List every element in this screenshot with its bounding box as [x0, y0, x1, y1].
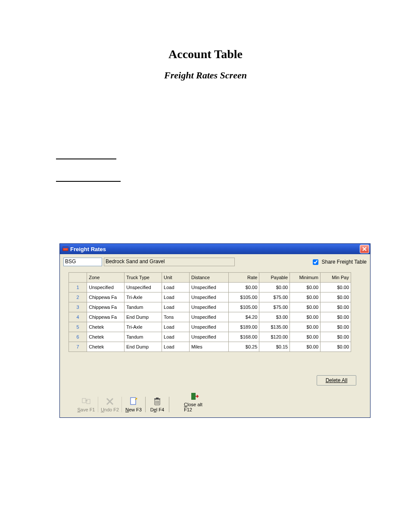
cell-payable[interactable]: $120.00	[259, 332, 290, 342]
cell-truck-type[interactable]: Unspecified	[125, 283, 162, 292]
cell-minimum[interactable]: $0.00	[290, 302, 321, 312]
cell-payable[interactable]: $135.00	[259, 322, 290, 332]
close-icon[interactable]	[360, 245, 369, 253]
cell-truck-type[interactable]: Tandum	[125, 302, 162, 312]
undo-label: Undo F2	[101, 407, 119, 412]
row-number[interactable]: 1	[69, 283, 87, 292]
cell-unit[interactable]: Load	[162, 342, 190, 352]
new-icon	[129, 397, 138, 406]
cell-truck-type[interactable]: End Dump	[125, 342, 162, 352]
cell-minimum[interactable]: $0.00	[290, 292, 321, 302]
cell-minimum[interactable]: $0.00	[290, 283, 321, 292]
cell-payable[interactable]: $0.00	[259, 283, 290, 292]
col-zone[interactable]: Zone	[87, 273, 125, 283]
page-subtitle: Freight Rates Screen	[0, 70, 411, 81]
save-label: Save F1	[78, 407, 95, 412]
cell-unit[interactable]: Load	[162, 302, 190, 312]
freight-rates-table[interactable]: Zone Truck Type Unit Distance Rate Payab…	[68, 272, 351, 352]
cell-truck-type[interactable]: Tandum	[125, 332, 162, 342]
cell-rate[interactable]: $105.00	[229, 292, 259, 302]
cell-distance[interactable]: Unspecified	[190, 283, 229, 292]
table-row[interactable]: 1UnspecifiedUnspecifiedLoadUnspecified$0…	[69, 283, 351, 292]
col-unit[interactable]: Unit	[162, 273, 190, 283]
cell-min-pay[interactable]: $0.00	[321, 332, 351, 342]
delete-all-button[interactable]: Delete All	[317, 375, 356, 386]
cell-zone[interactable]: Chetek	[87, 332, 125, 342]
cell-truck-type[interactable]: End Dump	[125, 312, 162, 322]
table-row[interactable]: 5ChetekTri-AxleLoadUnspecified$189.00$13…	[69, 322, 351, 332]
cell-zone[interactable]: Chetek	[87, 342, 125, 352]
cell-payable[interactable]: $75.00	[259, 292, 290, 302]
account-code-input[interactable]: BSG	[63, 258, 102, 266]
delete-button[interactable]: Del F4	[146, 397, 169, 412]
close-label: Close alt F12	[184, 402, 206, 412]
share-freight-checkbox-box[interactable]	[313, 259, 318, 265]
svg-rect-2	[82, 398, 86, 403]
col-minimum[interactable]: Minimum	[290, 273, 321, 283]
cell-payable[interactable]: $3.00	[259, 312, 290, 322]
save-button: Save F1	[75, 397, 98, 412]
cell-minimum[interactable]: $0.00	[290, 312, 321, 322]
row-number[interactable]: 3	[69, 302, 87, 312]
cell-payable[interactable]: $75.00	[259, 302, 290, 312]
cell-minimum[interactable]: $0.00	[290, 332, 321, 342]
cell-min-pay[interactable]: $0.00	[321, 322, 351, 332]
cell-unit[interactable]: Load	[162, 283, 190, 292]
row-number[interactable]: 7	[69, 342, 87, 352]
row-header-blank	[69, 273, 87, 283]
separator	[56, 181, 121, 182]
table-row[interactable]: 3Chippewa FaTandumLoadUnspecified$105.00…	[69, 302, 351, 312]
cell-unit[interactable]: Load	[162, 332, 190, 342]
close-button[interactable]: Close alt F12	[183, 392, 206, 412]
cell-truck-type[interactable]: Tri-Axle	[125, 292, 162, 302]
cell-min-pay[interactable]: $0.00	[321, 292, 351, 302]
cell-minimum[interactable]: $0.00	[290, 342, 321, 352]
cell-zone[interactable]: Chippewa Fa	[87, 312, 125, 322]
cell-unit[interactable]: Tons	[162, 312, 190, 322]
undo-button: Undo F2	[98, 397, 122, 412]
table-row[interactable]: 7ChetekEnd DumpLoadMiles$0.25$0.15$0.00$…	[69, 342, 351, 352]
cell-min-pay[interactable]: $0.00	[321, 302, 351, 312]
share-freight-checkbox[interactable]: Share Freight Table	[311, 258, 367, 266]
col-truck[interactable]: Truck Type	[125, 273, 162, 283]
cell-minimum[interactable]: $0.00	[290, 322, 321, 332]
row-number[interactable]: 4	[69, 312, 87, 322]
col-distance[interactable]: Distance	[190, 273, 229, 283]
cell-distance[interactable]: Unspecified	[190, 312, 229, 322]
cell-min-pay[interactable]: $0.00	[321, 283, 351, 292]
cell-rate[interactable]: $168.00	[229, 332, 259, 342]
cell-unit[interactable]: Load	[162, 322, 190, 332]
cell-zone[interactable]: Unspecified	[87, 283, 125, 292]
cell-min-pay[interactable]: $0.00	[321, 342, 351, 352]
cell-min-pay[interactable]: $0.00	[321, 312, 351, 322]
cell-rate[interactable]: $189.00	[229, 322, 259, 332]
svg-rect-8	[156, 398, 159, 398]
cell-zone[interactable]: Chippewa Fa	[87, 292, 125, 302]
row-number[interactable]: 6	[69, 332, 87, 342]
col-payable[interactable]: Payable	[259, 273, 290, 283]
cell-payable[interactable]: $0.15	[259, 342, 290, 352]
col-rate[interactable]: Rate	[229, 273, 259, 283]
cell-rate[interactable]: $4.20	[229, 312, 259, 322]
table-row[interactable]: 2Chippewa FaTri-AxleLoadUnspecified$105.…	[69, 292, 351, 302]
cell-unit[interactable]: Load	[162, 292, 190, 302]
cell-zone[interactable]: Chetek	[87, 322, 125, 332]
table-row[interactable]: 6ChetekTandumLoadUnspecified$168.00$120.…	[69, 332, 351, 342]
cell-rate[interactable]: $105.00	[229, 302, 259, 312]
cell-truck-type[interactable]: Tri-Axle	[125, 322, 162, 332]
new-button[interactable]: New F3	[122, 397, 146, 412]
row-number[interactable]: 5	[69, 322, 87, 332]
cell-distance[interactable]: Unspecified	[190, 332, 229, 342]
cell-distance[interactable]: Unspecified	[190, 302, 229, 312]
cell-rate[interactable]: $0.00	[229, 283, 259, 292]
trash-icon	[153, 397, 162, 406]
cell-zone[interactable]: Chippewa Fa	[87, 302, 125, 312]
row-number[interactable]: 2	[69, 292, 87, 302]
cell-distance[interactable]: Unspecified	[190, 292, 229, 302]
cell-distance[interactable]: Miles	[190, 342, 229, 352]
cell-rate[interactable]: $0.25	[229, 342, 259, 352]
table-row[interactable]: 4Chippewa FaEnd DumpTonsUnspecified$4.20…	[69, 312, 351, 322]
col-min-pay[interactable]: Min Pay	[321, 273, 351, 283]
cell-distance[interactable]: Unspecified	[190, 322, 229, 332]
titlebar[interactable]: Freight Rates	[60, 244, 370, 254]
